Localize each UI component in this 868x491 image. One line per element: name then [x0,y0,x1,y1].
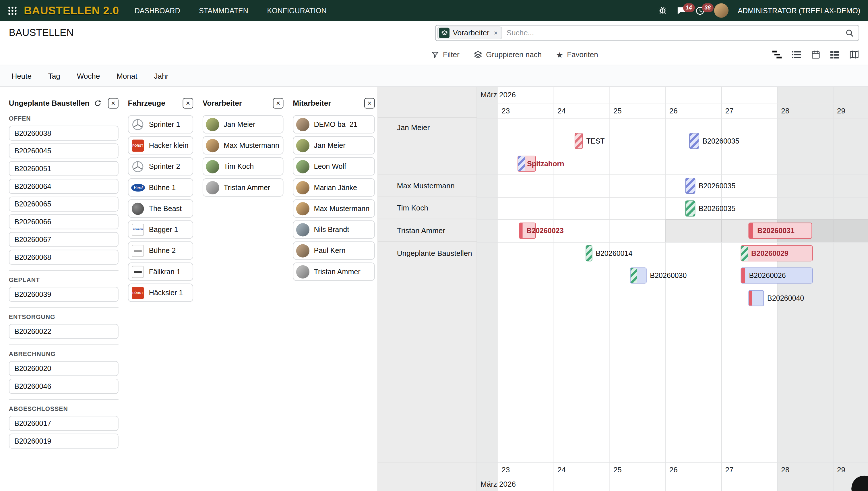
gantt-bar[interactable]: Spitzahorn [517,155,536,172]
user-avatar[interactable] [714,3,728,18]
view-list-icon[interactable] [791,50,802,59]
grid-line [609,87,610,491]
vehicle-card[interactable]: TEUPEN Bagger 1 [128,221,193,239]
vehicle-card[interactable]: Ford Bühne 1 [128,178,193,197]
employee-card[interactable]: Nils Brandt [293,221,375,239]
scale-month-button[interactable]: Monat [108,72,146,80]
menu-dashboard[interactable]: DASHBOARD [134,6,180,15]
gantt-row-label[interactable]: Jan Meier [378,118,477,175]
panel-foremen-close-button[interactable]: × [273,98,283,109]
view-calendar-icon[interactable] [811,50,820,59]
avatar [296,265,309,278]
user-name[interactable]: ADMINISTRATOR (TREELAX-DEMO) [738,6,860,15]
today-button[interactable]: Heute [3,72,40,80]
favorites-button[interactable]: ★ Favoriten [556,51,598,59]
section-label-abgeschlossen: ABGESCHLOSSEN [9,405,119,412]
menu-konfiguration[interactable]: KONFIGURATION [267,6,326,15]
panel-employees-close-button[interactable]: × [364,98,375,109]
app-logo[interactable]: BAUSTELLEN 2.0 [24,4,119,17]
gantt-row-label[interactable]: Tristan Ammer [378,220,477,242]
foreman-card[interactable]: Jan Meier [203,115,283,134]
gantt-bar[interactable]: TEST [575,133,605,149]
foerst-logo: FÖRST [131,286,144,299]
activities-clock-icon[interactable]: 38 [695,6,705,15]
search-icon[interactable] [845,28,854,37]
vehicle-card[interactable]: FÖRST Hacker klein [128,136,193,154]
vehicle-name: Sprinter 1 [149,120,180,128]
refresh-icon[interactable] [94,99,101,107]
gantt-bar[interactable]: B20260031 [748,223,812,239]
vehicle-name: Bühne 1 [149,183,176,192]
messages-icon[interactable]: 14 [676,6,686,15]
view-gantt-icon[interactable] [772,50,782,59]
vehicle-card[interactable]: Bühne 2 [128,241,193,260]
employee-card[interactable]: Paul Kern [293,241,375,260]
employee-card[interactable]: Tristan Ammer [293,262,375,281]
grid-line [665,87,666,491]
facet-remove-icon[interactable]: × [494,29,498,37]
view-pivot-icon[interactable] [830,50,840,59]
scale-week-button[interactable]: Woche [69,72,108,80]
debug-bug-icon[interactable] [658,6,667,15]
vehicle-card[interactable]: Sprinter 1 [128,115,193,134]
search-bar[interactable]: Vorarbeiter × [435,25,859,41]
gantt-toolbar: Heute Tag Woche Monat Jahr [0,65,868,87]
baustelle-card[interactable]: B20260017 [9,416,119,431]
avatar [206,181,219,194]
gantt-day-header: 29 [837,107,845,115]
gantt-row-label[interactable]: Tim Koch [378,197,477,220]
baustelle-card[interactable]: B20260045 [9,144,119,158]
baustelle-card[interactable]: B20260064 [9,179,119,194]
baustelle-card[interactable]: B20260046 [9,379,119,394]
gantt-bar[interactable]: B20260035 [689,133,740,149]
employee-card[interactable]: Marian Jänke [293,178,375,197]
vehicle-card[interactable]: The Beast [128,199,193,218]
panel-vehicles-close-button[interactable]: × [183,98,193,109]
foreman-card[interactable]: Tim Koch [203,157,283,176]
baustelle-card[interactable]: B20260019 [9,434,119,449]
search-input[interactable] [502,29,845,37]
section-divider [9,270,119,271]
baustelle-card[interactable]: B20260038 [9,126,119,141]
gantt-bar[interactable]: B20260029 [741,245,813,261]
vehicle-card[interactable]: Sprinter 2 [128,157,193,176]
filter-button[interactable]: Filter [431,51,459,59]
vehicle-card[interactable]: FÖRST Häcksler 1 [128,283,193,302]
scale-day-button[interactable]: Tag [40,72,69,80]
employee-card[interactable]: Leon Wolf [293,157,375,176]
search-facet[interactable]: Vorarbeiter × [438,27,502,39]
employee-card[interactable]: Jan Meier [293,136,375,154]
gantt-bar[interactable]: B20260030 [630,268,687,284]
gantt-bar[interactable]: B20260014 [586,245,632,261]
gantt-bar[interactable]: B20260035 [685,200,736,216]
baustelle-card[interactable]: B20260051 [9,161,119,176]
employee-card[interactable]: DEMO ba_21 [293,115,375,134]
section-label-offen: OFFEN [9,115,119,122]
employee-name: Jan Meier [314,141,346,150]
gantt-bar[interactable]: B20260040 [748,290,804,307]
employee-card[interactable]: Max Mustermann [293,199,375,218]
gantt-bar[interactable]: B20260023 [519,223,536,239]
baustelle-card[interactable]: B20260022 [9,324,119,339]
group-by-button[interactable]: Gruppieren nach [474,51,542,59]
panel-unplanned-close-button[interactable]: × [108,98,119,109]
baustelle-card[interactable]: B20260066 [9,214,119,229]
gantt-bar[interactable]: B20260035 [685,178,736,194]
main-content: Ungeplante Baustellen × OFFEN B20260038 … [0,87,868,491]
baustelle-card[interactable]: B20260039 [9,287,119,302]
gantt-row-label[interactable]: Max Mustermann [378,175,477,197]
gantt-bar[interactable]: B20260026 [741,268,813,284]
baustelle-card[interactable]: B20260067 [9,232,119,247]
baustelle-card[interactable]: B20260065 [9,197,119,212]
apps-menu-icon[interactable] [8,6,17,15]
scale-year-button[interactable]: Jahr [146,72,177,80]
baustelle-card[interactable]: B20260020 [9,361,119,376]
bar-label: B20260029 [751,246,788,261]
vehicle-card[interactable]: Fällkran 1 [128,262,193,281]
foreman-card[interactable]: Max Mustermann [203,136,283,154]
baustelle-card[interactable]: B20260068 [9,250,119,265]
menu-stammdaten[interactable]: STAMMDATEN [199,6,248,15]
foreman-card[interactable]: Tristan Ammer [203,178,283,197]
view-map-icon[interactable] [849,50,859,59]
gantt-row-label[interactable]: Ungeplante Baustellen [378,242,477,463]
